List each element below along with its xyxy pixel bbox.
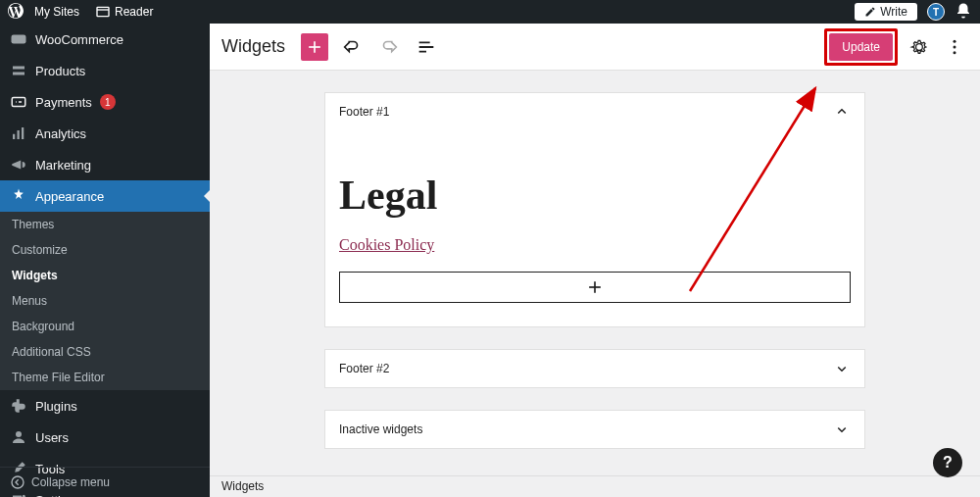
reader-label: Reader [115,5,153,19]
menu-label: Products [35,64,85,78]
svg-rect-6 [13,134,15,139]
help-button[interactable]: ? [933,448,962,477]
appearance-submenu: Themes Customize Widgets Menus Backgroun… [0,212,210,390]
update-button[interactable]: Update [829,33,893,61]
breadcrumb-bar: Widgets [210,475,980,497]
notifications-icon[interactable] [955,2,972,23]
page-title: Widgets [221,36,285,57]
add-block-button[interactable] [301,33,328,61]
redo-icon [378,36,400,58]
menu-label: Payments [35,95,92,110]
chevron-down-icon [833,360,851,377]
plus-icon [585,277,605,297]
gear-icon [909,37,929,57]
menu-label: Plugins [35,399,77,414]
area-header-footer1[interactable]: Footer #1 [325,93,864,130]
svg-rect-8 [22,127,24,139]
sidebar-item-appearance[interactable]: Appearance [0,180,210,212]
menu-label: Users [35,430,69,445]
admin-toolbar: My Sites Reader Write T [0,0,980,24]
pen-icon [864,6,876,18]
collapse-label: Collapse menu [31,475,110,489]
undo-button[interactable] [338,33,366,61]
chevron-down-icon [833,421,851,438]
widget-area-footer1: Footer #1 Legal Cookies Policy [324,92,865,327]
users-icon [10,428,27,446]
woocommerce-icon [10,30,27,48]
collapse-icon [10,474,25,490]
submenu-widgets[interactable]: Widgets [0,263,210,288]
sidebar-item-marketing[interactable]: Marketing [0,149,210,180]
heading-block[interactable]: Legal [339,172,851,219]
svg-point-9 [16,431,22,437]
editor-canvas: Footer #1 Legal Cookies Policy Footer #2… [210,71,980,475]
products-icon [10,62,27,79]
breadcrumb-item[interactable]: Widgets [221,479,264,493]
area-header-inactive[interactable]: Inactive widgets [325,411,864,448]
toolbar-right: Write T [855,2,972,23]
submenu-theme-file-editor[interactable]: Theme File Editor [0,365,210,390]
svg-rect-7 [18,130,20,139]
widget-area-footer2: Footer #2 [324,349,865,388]
notification-badge: 1 [100,94,116,110]
svg-point-18 [954,45,956,48]
svg-point-17 [954,39,956,42]
menu-label: Analytics [35,126,86,141]
undo-icon [341,36,363,58]
submenu-themes[interactable]: Themes [0,212,210,237]
more-options-button[interactable] [941,33,968,61]
area-body-footer1: Legal Cookies Policy [325,130,864,326]
user-avatar[interactable]: T [927,3,945,21]
list-view-icon [416,36,437,58]
svg-rect-0 [97,7,109,16]
sidebar-item-payments[interactable]: Payments 1 [0,86,210,118]
svg-rect-2 [12,35,26,44]
plugins-icon [10,397,27,415]
link-cookies-policy[interactable]: Cookies Policy [339,236,434,254]
area-title: Footer #2 [339,362,389,375]
area-title: Inactive widgets [339,422,422,436]
collapse-menu-button[interactable]: Collapse menu [0,467,210,497]
write-button[interactable]: Write [855,3,917,21]
list-view-button[interactable] [413,33,440,61]
submenu-menus[interactable]: Menus [0,288,210,314]
admin-sidebar: WooCommerce Products Payments 1 Analytic… [0,24,210,497]
header-left-tools: Widgets [221,33,440,61]
submenu-additional-css[interactable]: Additional CSS [0,339,210,365]
my-sites-link[interactable]: My Sites [29,5,84,19]
svg-point-19 [954,51,956,54]
annotation-highlight: Update [824,28,898,66]
redo-button[interactable] [375,33,403,61]
area-title: Footer #1 [339,105,389,119]
my-sites-label: My Sites [34,5,79,19]
submenu-background[interactable]: Background [0,314,210,339]
editor-header: Widgets Update [210,24,980,71]
sidebar-item-users[interactable]: Users [0,422,210,453]
svg-point-16 [12,476,24,488]
dots-vertical-icon [945,37,964,57]
sidebar-item-analytics[interactable]: Analytics [0,118,210,149]
reader-icon [95,4,111,20]
reader-link[interactable]: Reader [90,4,158,20]
sidebar-item-woocommerce[interactable]: WooCommerce [0,24,210,55]
sidebar-item-plugins[interactable]: Plugins [0,390,210,422]
header-right-tools: Update [824,28,968,66]
submenu-customize[interactable]: Customize [0,237,210,263]
block-appender[interactable] [339,272,851,303]
svg-rect-3 [13,67,24,70]
svg-rect-4 [13,73,24,75]
settings-button[interactable] [906,33,933,61]
menu-label: Marketing [35,158,91,173]
area-header-footer2[interactable]: Footer #2 [325,350,864,387]
wordpress-logo-icon[interactable] [8,3,24,22]
toolbar-left: My Sites Reader [8,3,158,22]
widget-area-inactive: Inactive widgets [324,410,865,449]
analytics-icon [10,124,27,142]
appearance-icon [10,187,27,205]
marketing-icon [10,156,27,174]
payments-icon [10,93,27,111]
chevron-up-icon [833,103,851,121]
write-label: Write [880,5,907,19]
sidebar-item-products[interactable]: Products [0,55,210,86]
menu-label: Appearance [35,189,104,204]
